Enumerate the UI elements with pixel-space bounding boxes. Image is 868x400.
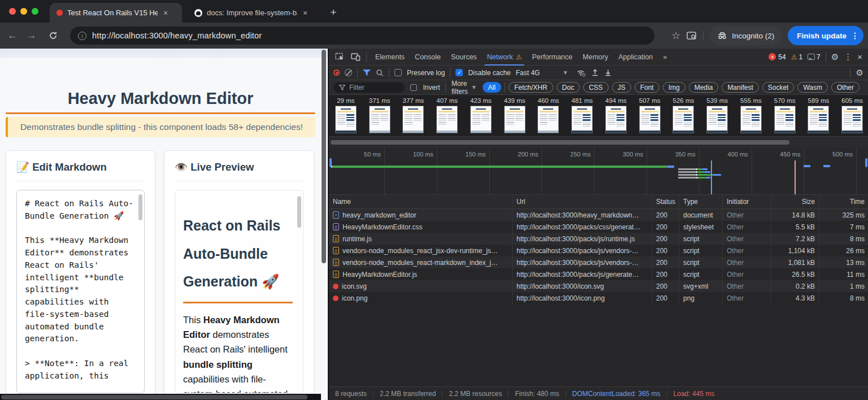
tab-close-icon[interactable]: ×: [302, 8, 309, 18]
invert-checkbox[interactable]: [410, 84, 417, 91]
search-icon[interactable]: [376, 69, 384, 77]
column-header-initiator[interactable]: Initiator: [723, 195, 771, 208]
devtools-tab-console[interactable]: Console: [410, 49, 446, 66]
minimize-window-button[interactable]: [20, 8, 27, 15]
filmstrip-frame[interactable]: 371 ms: [363, 95, 397, 136]
browser-tab-2[interactable]: docs: Improve file-system-ba ×: [188, 3, 315, 23]
incognito-badge[interactable]: Incognito (2): [709, 26, 782, 45]
markdown-textarea[interactable]: # React on Rails Auto-Bundle Generation …: [16, 190, 145, 393]
close-window-button[interactable]: [9, 8, 16, 15]
request-row[interactable]: ()vendors-node_modules_react-markdown_in…: [329, 256, 868, 268]
preview-scrollbar[interactable]: [297, 196, 301, 228]
filter-chip-other[interactable]: Other: [831, 82, 860, 93]
address-bar[interactable]: i http://localhost:3000/heavy_markdown_e…: [70, 27, 654, 45]
import-har-icon[interactable]: [591, 68, 599, 77]
network-settings-icon[interactable]: ⚙: [856, 68, 863, 78]
device-toolbar-icon[interactable]: [348, 51, 363, 63]
filmstrip-frame[interactable]: 570 ms: [768, 95, 802, 136]
page-vertical-scrollbar[interactable]: [322, 50, 326, 263]
filter-chip-js[interactable]: JS: [612, 82, 631, 93]
export-har-icon[interactable]: [604, 68, 612, 77]
back-button[interactable]: ←: [5, 28, 20, 44]
filmstrip-frame[interactable]: 439 ms: [498, 95, 532, 136]
overview-left-handle[interactable]: [329, 158, 332, 167]
filmstrip-frame[interactable]: 460 ms: [532, 95, 566, 136]
site-info-icon[interactable]: i: [78, 32, 86, 40]
filmstrip-frame[interactable]: 589 ms: [802, 95, 836, 136]
reload-button[interactable]: [45, 28, 61, 44]
filmstrip-frame[interactable]: 377 ms: [397, 95, 431, 136]
network-overview[interactable]: 50 ms100 ms150 ms200 ms250 ms300 ms350 m…: [329, 148, 868, 195]
filmstrip-frame[interactable]: 423 ms: [464, 95, 498, 136]
column-header-url[interactable]: Url: [513, 195, 652, 208]
preserve-log-checkbox[interactable]: [394, 69, 402, 76]
request-row[interactable]: ()vendors-node_modules_react_jsx-dev-run…: [329, 245, 868, 256]
column-header-time[interactable]: Time: [819, 195, 868, 208]
column-header-type[interactable]: Type: [679, 195, 723, 208]
filmstrip-frame[interactable]: 526 ms: [667, 95, 701, 136]
page-horizontal-scrollbar[interactable]: [0, 394, 321, 400]
devtools-tab-[interactable]: »: [658, 49, 672, 66]
filter-chip-font[interactable]: Font: [635, 82, 659, 93]
filter-chip-media[interactable]: Media: [689, 82, 719, 93]
filmstrip-frame[interactable]: 29 ms: [329, 95, 363, 136]
overview-right-handle[interactable]: [865, 158, 867, 167]
filmstrip-frame[interactable]: 407 ms: [430, 95, 464, 136]
disable-cache-checkbox[interactable]: ✓: [455, 69, 463, 76]
network-conditions-icon[interactable]: [576, 69, 586, 77]
more-filters-button[interactable]: More filters▼: [452, 80, 477, 95]
maximize-window-button[interactable]: [32, 8, 38, 15]
filmstrip-frame[interactable]: 605 ms: [835, 95, 868, 136]
console-warnings-badge[interactable]: ⚠1: [791, 53, 802, 61]
filter-input[interactable]: Filter: [333, 82, 405, 93]
filter-chip-all[interactable]: All: [483, 82, 501, 93]
filter-chip-img[interactable]: Img: [663, 82, 685, 93]
filter-toggle-icon[interactable]: [363, 69, 371, 76]
filter-chip-socket[interactable]: Socket: [762, 82, 795, 93]
devtools-menu-icon[interactable]: ⋮: [844, 52, 852, 62]
devtools-tab-sources[interactable]: Sources: [446, 49, 482, 66]
devtools-settings-icon[interactable]: ⚙: [831, 52, 839, 62]
new-tab-button[interactable]: +: [326, 5, 341, 20]
console-errors-badge[interactable]: ×54: [769, 53, 785, 61]
devtools-close-icon[interactable]: ×: [857, 52, 862, 62]
request-row[interactable]: {}HeavyMarkdownEditor.csshttp://localhos…: [329, 221, 868, 233]
filmstrip-frame[interactable]: 481 ms: [565, 95, 599, 136]
tab-close-icon[interactable]: ×: [162, 8, 169, 18]
column-header-name[interactable]: Name: [329, 195, 513, 208]
devtools-tab-network[interactable]: Network⚠: [482, 49, 527, 66]
devtools-tab-memory[interactable]: Memory: [578, 49, 613, 66]
request-row[interactable]: ()runtime.jshttp://localhost:3000/packs/…: [329, 233, 868, 245]
browser-menu-icon[interactable]: ⋮: [851, 31, 859, 40]
bookmark-star-icon[interactable]: ☆: [671, 29, 680, 42]
issues-badge[interactable]: 7: [808, 53, 821, 61]
filmstrip-frame[interactable]: 539 ms: [700, 95, 734, 136]
filmstrip-frame[interactable]: 494 ms: [599, 95, 633, 136]
tab-search-icon[interactable]: [686, 31, 697, 41]
column-header-size[interactable]: Size: [771, 195, 819, 208]
textarea-scrollbar[interactable]: [138, 194, 142, 220]
request-row[interactable]: icon.pnghttp://localhost:3000/icon.png20…: [329, 292, 868, 304]
inspect-element-icon[interactable]: [332, 51, 347, 63]
filmstrip-frame[interactable]: 507 ms: [633, 95, 667, 136]
request-row[interactable]: ()HeavyMarkdownEditor.jshttp://localhost…: [329, 268, 868, 280]
markdown-source-text[interactable]: # React on Rails Auto-Bundle Generation …: [25, 198, 135, 382]
filter-chip-css[interactable]: CSS: [583, 82, 609, 93]
filter-chip-doc[interactable]: Doc: [557, 82, 580, 93]
browser-tab-1[interactable]: Test React On Rails V15 Hello ×: [50, 3, 182, 23]
devtools-tab-application[interactable]: Application: [613, 49, 658, 66]
request-row[interactable]: icon.svghttp://localhost:3000/icon.svg20…: [329, 280, 868, 292]
request-row[interactable]: ≡heavy_markdown_editorhttp://localhost:3…: [329, 209, 868, 221]
clear-network-log-button[interactable]: [345, 69, 352, 76]
filmstrip-scrollbar[interactable]: [329, 137, 868, 148]
forward-button[interactable]: →: [24, 28, 40, 44]
devtools-tab-elements[interactable]: Elements: [370, 49, 410, 66]
filter-chip-manifest[interactable]: Manifest: [722, 82, 758, 93]
record-network-log-button[interactable]: [333, 69, 340, 76]
throttling-select[interactable]: Fast 4G ▼: [516, 69, 568, 77]
filter-chip-wasm[interactable]: Wasm: [797, 82, 828, 93]
url-text[interactable]: http://localhost:3000/heavy_markdown_edi…: [92, 31, 262, 40]
finish-update-button[interactable]: Finish update ⋮: [788, 26, 863, 45]
column-header-status[interactable]: Status: [652, 195, 679, 208]
filmstrip-frame[interactable]: 555 ms: [734, 95, 768, 136]
